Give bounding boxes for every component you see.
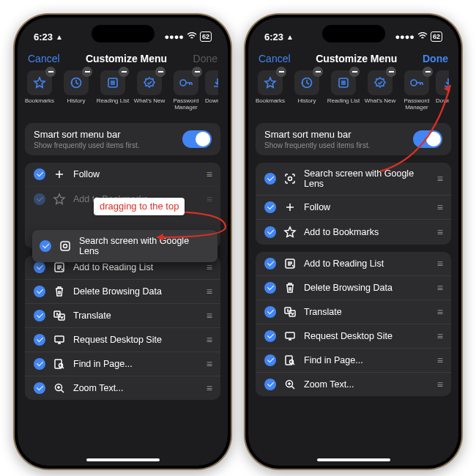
drag-handle-icon[interactable]: [207, 168, 212, 180]
check-icon[interactable]: [34, 193, 45, 205]
remove-badge[interactable]: [276, 67, 286, 77]
drag-handle-icon[interactable]: [437, 258, 442, 269]
check-icon[interactable]: [34, 286, 45, 297]
smart-sort-toggle[interactable]: [182, 130, 212, 148]
svg-point-11: [64, 245, 67, 248]
drag-handle-icon[interactable]: [437, 306, 442, 318]
toolbar-item-reading-list[interactable]: Reading List: [326, 70, 361, 111]
toolbar-item-password-manager[interactable]: Password Manager: [168, 70, 204, 111]
drag-handle-icon[interactable]: [437, 330, 442, 342]
svg-rect-19: [286, 332, 294, 338]
remove-badge[interactable]: [313, 67, 323, 77]
drag-handle-icon[interactable]: [207, 334, 212, 346]
toolbar-item-down[interactable]: Down: [205, 70, 218, 111]
menu-row[interactable]: Find in Page...: [256, 348, 451, 372]
toolbar-item-what's-new[interactable]: What's New: [132, 70, 167, 111]
check-icon[interactable]: [264, 173, 276, 185]
drag-handle-icon[interactable]: [207, 193, 212, 205]
check-icon[interactable]: [264, 201, 276, 213]
smart-sort-section: Smart sort menu bar Show frequently used…: [25, 123, 220, 155]
zoom-icon: [53, 382, 66, 394]
check-icon[interactable]: [34, 382, 45, 394]
menu-row[interactable]: Translate: [256, 300, 451, 324]
menu-row[interactable]: Translate: [25, 303, 220, 327]
remove-badge[interactable]: [192, 67, 202, 77]
menu-row[interactable]: Search screen with Google Lens: [256, 163, 451, 195]
toolbar-item-bookmarks[interactable]: Bookmarks: [253, 70, 288, 111]
menu-row[interactable]: Delete Browsing Data: [25, 279, 220, 303]
toolbar-item-reading-list[interactable]: Reading List: [95, 70, 130, 111]
menu-row[interactable]: Delete Browsing Data: [256, 275, 451, 300]
drag-handle-icon[interactable]: [437, 226, 442, 238]
history-icon: [64, 70, 89, 95]
drag-handle-icon[interactable]: [207, 310, 212, 321]
drag-handle-icon[interactable]: [207, 358, 212, 370]
check-icon[interactable]: [264, 282, 276, 294]
smart-sort-sub: Show frequently used items first.: [264, 141, 371, 149]
menu-row[interactable]: Zoom Text...: [25, 376, 220, 400]
toolbar-item-history[interactable]: History: [289, 70, 324, 111]
svg-point-21: [290, 360, 294, 363]
translate-icon: [53, 310, 66, 321]
status-time: 6:23: [264, 31, 283, 42]
menu-row[interactable]: Add to Reading List: [256, 252, 451, 275]
menu-row[interactable]: Zoom Text...: [256, 372, 451, 396]
remove-badge[interactable]: [45, 67, 56, 77]
toolbar-item-password-manager[interactable]: Password Manager: [399, 70, 434, 111]
check-icon[interactable]: [264, 379, 276, 390]
check-icon[interactable]: [34, 334, 45, 346]
battery-icon: 62: [431, 31, 442, 42]
svg-point-15: [289, 176, 292, 180]
remove-badge[interactable]: [386, 67, 396, 77]
check-icon[interactable]: [264, 258, 276, 269]
done-button[interactable]: Done: [423, 53, 448, 64]
check-icon[interactable]: [264, 226, 276, 238]
remove-badge[interactable]: [119, 67, 129, 77]
drag-handle-icon[interactable]: [437, 282, 442, 294]
svg-point-8: [59, 363, 63, 367]
lens-icon: [283, 173, 297, 185]
drag-handle-icon[interactable]: [437, 354, 442, 366]
drag-handle-icon[interactable]: [207, 382, 212, 394]
drag-handle-icon[interactable]: [207, 286, 212, 297]
toolbar-item-history[interactable]: History: [59, 70, 94, 111]
dragging-row[interactable]: Search screen with Google Lens: [32, 230, 217, 262]
cancel-button[interactable]: Cancel: [28, 53, 60, 64]
page-title: Customize Menu: [86, 53, 167, 64]
menu-row[interactable]: Add to Bookmarks: [256, 219, 451, 245]
svg-point-2: [180, 80, 186, 86]
menu-group-2: Add to Reading ListDelete Browsing DataT…: [256, 252, 451, 396]
check-icon[interactable]: [34, 358, 45, 370]
menu-row[interactable]: Find in Page...: [25, 352, 220, 376]
remove-badge[interactable]: [349, 67, 360, 77]
check-icon[interactable]: [34, 261, 45, 273]
check-icon[interactable]: [34, 310, 45, 321]
drag-handle-icon[interactable]: [207, 261, 212, 273]
home-indicator[interactable]: [86, 458, 160, 461]
check-icon[interactable]: [264, 354, 276, 366]
remove-badge[interactable]: [155, 67, 166, 77]
smart-sort-toggle[interactable]: [413, 130, 442, 148]
check-icon[interactable]: [264, 330, 276, 342]
remove-badge[interactable]: [423, 67, 433, 77]
toolbar-item-bookmarks[interactable]: Bookmarks: [22, 70, 57, 111]
drag-handle-icon[interactable]: [437, 201, 442, 213]
menu-row[interactable]: Follow: [25, 163, 220, 186]
done-button[interactable]: Done: [193, 53, 217, 64]
toolbar-item-what's-new[interactable]: What's New: [362, 70, 398, 111]
drag-handle-icon[interactable]: [437, 173, 442, 185]
cancel-button[interactable]: Cancel: [259, 53, 291, 64]
drag-handle-icon[interactable]: [437, 379, 442, 390]
check-icon[interactable]: [264, 306, 276, 318]
readlist-icon: [53, 261, 66, 273]
home-indicator[interactable]: [317, 458, 390, 461]
menu-row[interactable]: Request Desktop Site: [256, 324, 451, 348]
svg-rect-6: [55, 336, 64, 342]
menu-row[interactable]: Follow: [256, 195, 451, 219]
remove-badge[interactable]: [82, 67, 92, 77]
menu-row[interactable]: Request Desktop Site: [25, 327, 220, 352]
toolbar-item-down[interactable]: Down: [436, 70, 449, 111]
find-icon: [283, 354, 297, 366]
signal-icon: ●●●●: [395, 32, 414, 41]
check-icon[interactable]: [34, 168, 45, 180]
